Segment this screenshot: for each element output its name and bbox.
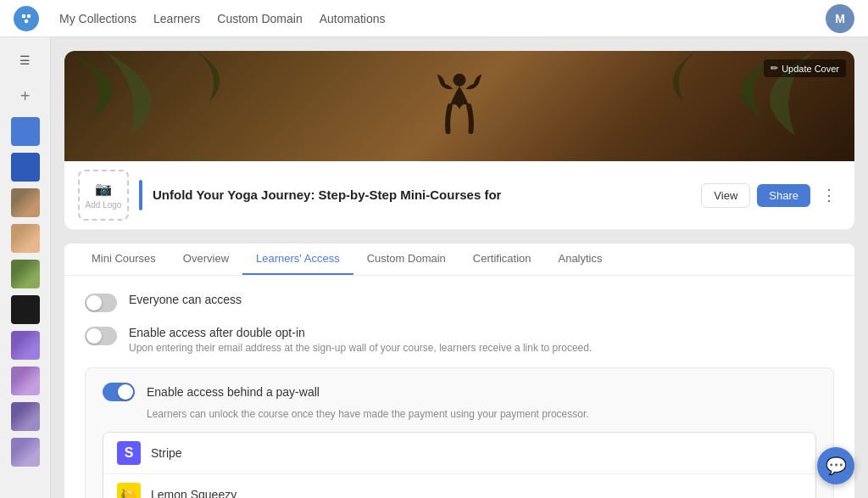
add-collection-button[interactable]: +: [11, 81, 40, 110]
payment-option-stripe[interactable]: S Stripe: [103, 433, 815, 474]
main-content: ✏ Update Cover 📷 Add Logo Unfold Your Yo…: [51, 37, 868, 498]
title-accent-bar: [139, 180, 142, 210]
toggle-knob: [86, 295, 102, 311]
course-info-row: 📷 Add Logo Unfold Your Yoga Journey: Ste…: [64, 161, 854, 230]
course-cover: ✏ Update Cover: [64, 51, 854, 161]
sidebar: ☰ +: [0, 37, 51, 498]
tab-certification[interactable]: Certification: [459, 243, 545, 275]
more-options-button[interactable]: ⋮: [817, 183, 841, 207]
settings-content: Everyone can access Enable access after …: [64, 276, 854, 498]
paywall-label: Enable access behind a pay-wall: [147, 385, 320, 399]
nav-custom-domain[interactable]: Custom Domain: [217, 12, 302, 25]
menu-icon[interactable]: ☰: [11, 46, 40, 75]
lemon-squeezy-icon: 🍋: [117, 483, 141, 498]
sidebar-item-collection-6[interactable]: [11, 295, 40, 324]
course-actions: View Share ⋮: [701, 183, 841, 208]
double-optin-toggle[interactable]: [85, 327, 117, 345]
sidebar-item-collection-1[interactable]: [11, 117, 40, 146]
sidebar-item-collection-8[interactable]: [11, 367, 40, 395]
nav-automations[interactable]: Automations: [320, 12, 386, 25]
sidebar-item-collection-9[interactable]: [11, 402, 40, 431]
svg-point-1: [27, 14, 31, 18]
payment-options-list: S Stripe 🍋 Lemon Squeezy P Pabbly: [103, 432, 816, 498]
everyone-access-row: Everyone can access: [85, 293, 834, 312]
share-button[interactable]: Share: [757, 184, 810, 207]
svg-point-2: [25, 19, 29, 23]
paywall-header: Enable access behind a pay-wall: [103, 382, 816, 401]
course-title: Unfold Your Yoga Journey: Step-by-Step M…: [153, 187, 691, 204]
app-logo[interactable]: [14, 6, 39, 31]
tab-learners-access[interactable]: Learners' Access: [242, 243, 353, 275]
double-optin-desc: Upon entering their email address at the…: [129, 342, 592, 354]
sidebar-item-collection-4[interactable]: [11, 224, 40, 253]
payment-option-lemon-squeezy[interactable]: 🍋 Lemon Squeezy: [103, 474, 815, 498]
tab-mini-courses[interactable]: Mini Courses: [78, 243, 170, 275]
lemon-squeezy-label: Lemon Squeezy: [151, 488, 236, 498]
pencil-icon: ✏: [771, 63, 778, 74]
toggle-knob: [86, 328, 102, 344]
top-navigation: My Collections Learners Custom Domain Au…: [0, 0, 868, 37]
tab-custom-domain[interactable]: Custom Domain: [353, 243, 459, 275]
user-avatar[interactable]: M: [826, 4, 854, 33]
sidebar-item-collection-3[interactable]: [11, 188, 40, 217]
toggle-knob: [118, 384, 133, 400]
nav-my-collections[interactable]: My Collections: [59, 12, 136, 25]
paywall-toggle[interactable]: [103, 383, 135, 401]
course-card: ✏ Update Cover 📷 Add Logo Unfold Your Yo…: [64, 51, 854, 230]
view-button[interactable]: View: [701, 183, 750, 208]
tab-analytics[interactable]: Analytics: [544, 243, 615, 275]
sidebar-item-collection-2[interactable]: [11, 153, 40, 182]
main-layout: ☰ +: [0, 37, 868, 498]
nav-links: My Collections Learners Custom Domain Au…: [59, 12, 386, 25]
sidebar-item-collection-7[interactable]: [11, 331, 40, 360]
everyone-access-toggle[interactable]: [85, 294, 117, 312]
double-optin-label: Enable access after double opt-in: [129, 326, 592, 339]
chat-icon: 💬: [826, 456, 847, 476]
svg-point-0: [22, 14, 26, 18]
nav-learners[interactable]: Learners: [153, 12, 200, 25]
camera-icon: 📷: [95, 181, 112, 197]
double-optin-row: Enable access after double opt-in Upon e…: [85, 326, 834, 354]
paywall-section: Enable access behind a pay-wall Learners…: [85, 367, 834, 498]
tab-overview[interactable]: Overview: [170, 243, 242, 275]
add-logo-button[interactable]: 📷 Add Logo: [78, 170, 129, 221]
svg-point-3: [453, 74, 466, 87]
chat-fab-button[interactable]: 💬: [817, 447, 854, 484]
tabs-row: Mini Courses Overview Learners' Access C…: [64, 243, 854, 276]
stripe-icon: S: [117, 441, 141, 465]
update-cover-button[interactable]: ✏ Update Cover: [764, 59, 846, 77]
paywall-desc: Learners can unlock the course once they…: [147, 408, 816, 420]
sidebar-item-collection-10[interactable]: [11, 438, 40, 467]
everyone-access-label: Everyone can access: [129, 293, 242, 306]
stripe-label: Stripe: [151, 446, 182, 460]
sidebar-item-collection-5[interactable]: [11, 260, 40, 288]
